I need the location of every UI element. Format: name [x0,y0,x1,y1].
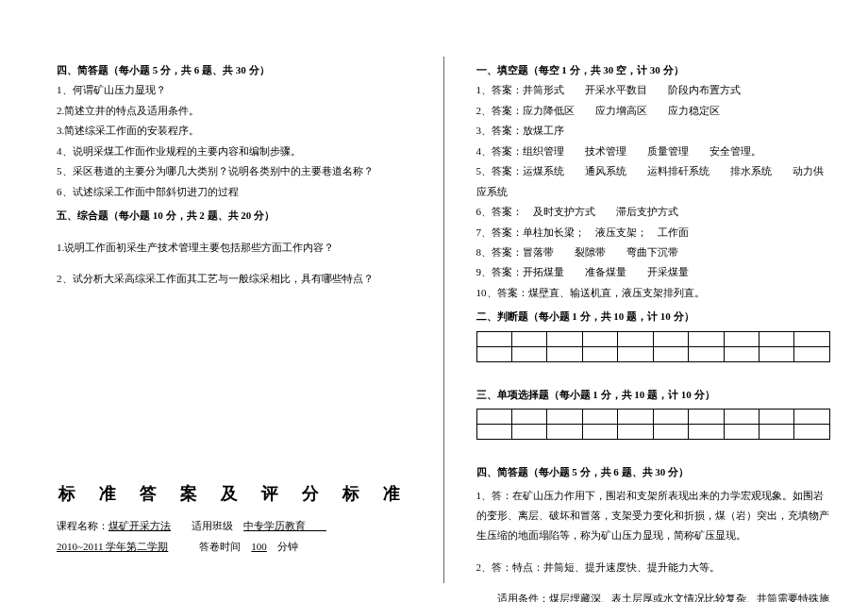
meta-class-value: 中专学历教育 [243,520,306,531]
left-column: 四、简答题（每小题 5 分，共 6 题、共 30 分） 1、何谓矿山压力显现？ … [57,57,421,583]
answer-key-title: 标 准 答 案 及 评 分 标 准 [57,477,411,510]
meta-class-pad [306,520,326,531]
ans4-2a: 2、答：特点：井筒短、提升速度快、提升能力大等。 [476,558,831,577]
q4-5: 5、采区巷道的主要分为哪几大类别？说明各类别中的主要巷道名称？ [57,161,411,181]
q4-4: 4、说明采煤工作面作业规程的主要内容和编制步骤。 [57,142,411,161]
meta-term: 2010~2011 学年第二学期 [57,541,168,552]
ans4-2b: 适用条件：煤层埋藏深、表土层厚或水文情况比较复杂、井筒需要特殊施工，或多水平开拓… [476,589,831,602]
q4-2: 2.简述立井的特点及适用条件。 [57,101,411,121]
meta-time-label: 答卷时间 [168,541,251,552]
ans-1: 1、答案：井筒形式 开采水平数目 阶段内布置方式 [476,80,831,100]
table-row [476,331,830,346]
meta-course-label: 课程名称： [57,520,108,531]
right-column: 一、填空题（每空 1 分，共 30 空，计 30 分） 1、答案：井筒形式 开采… [467,57,831,583]
meta-line-1: 课程名称：煤矿开采方法 适用班级 中专学历教育 [57,516,411,536]
meta-course-value: 煤矿开采方法 [108,520,171,531]
table-row [476,425,830,440]
sec4-ans-heading: 四、简答题（每小题 5 分，共 6 题、共 30 分） [476,462,831,482]
q5-2: 2、试分析大采高综采工作面其工艺与一般综采相比，具有哪些特点？ [57,269,411,289]
sec3-heading: 三、单项选择题（每小题 1 分，共 10 题，计 10 分） [476,385,831,405]
page-container: 四、简答题（每小题 5 分，共 6 题、共 30 分） 1、何谓矿山压力显现？ … [0,0,868,602]
q4-1: 1、何谓矿山压力显现？ [57,80,411,100]
column-divider [443,57,444,583]
table-row [476,410,830,425]
ans-9: 9、答案：开拓煤量 准备煤量 开采煤量 [476,262,831,282]
ans4-1: 1、答：在矿山压力作用下，围岩和支架所表现出来的力学宏观现象。如围岩的变形、离层… [476,486,831,546]
meta-time-unit: 分钟 [267,541,298,552]
choice-grid [476,409,831,440]
ans-3: 3、答案：放煤工序 [476,121,831,141]
judgment-grid [476,331,831,362]
meta-time-value: 100 [251,541,267,552]
ans-5: 5、答案：运煤系统 通风系统 运料排矸系统 排水系统 动力供应系统 [476,161,831,202]
ans-7: 7、答案：单柱加长梁； 液压支架； 工作面 [476,223,831,242]
ans-8: 8、答案：冒落带 裂隙带 弯曲下沉带 [476,242,831,262]
meta-line-2: 2010~2011 学年第二学期 答卷时间 100 分钟 [57,537,411,557]
sec1-heading: 一、填空题（每空 1 分，共 30 空，计 30 分） [476,60,831,80]
sec2-heading: 二、判断题（每小题 1 分，共 10 题，计 10 分） [476,307,831,326]
q4-3: 3.简述综采工作面的安装程序。 [57,121,411,141]
ans-4: 4、答案：组织管理 技术管理 质量管理 安全管理。 [476,142,831,161]
sec4-heading: 四、简答题（每小题 5 分，共 6 题、共 30 分） [57,60,411,80]
q5-1: 1.说明工作面初采生产技术管理主要包括那些方面工作内容？ [57,238,411,258]
table-row [476,346,830,361]
ans-6: 6、答案： 及时支护方式 滞后支护方式 [476,202,831,222]
sec5-heading: 五、综合题（每小题 10 分，共 2 题、共 20 分） [57,206,411,226]
ans-2: 2、答案：应力降低区 应力增高区 应力稳定区 [476,101,831,121]
q4-6: 6、试述综采工作面中部斜切进刀的过程 [57,182,411,202]
meta-class-label: 适用班级 [171,520,243,531]
ans-10: 10、答案：煤壁直、输送机直，液压支架排列直。 [476,283,831,303]
